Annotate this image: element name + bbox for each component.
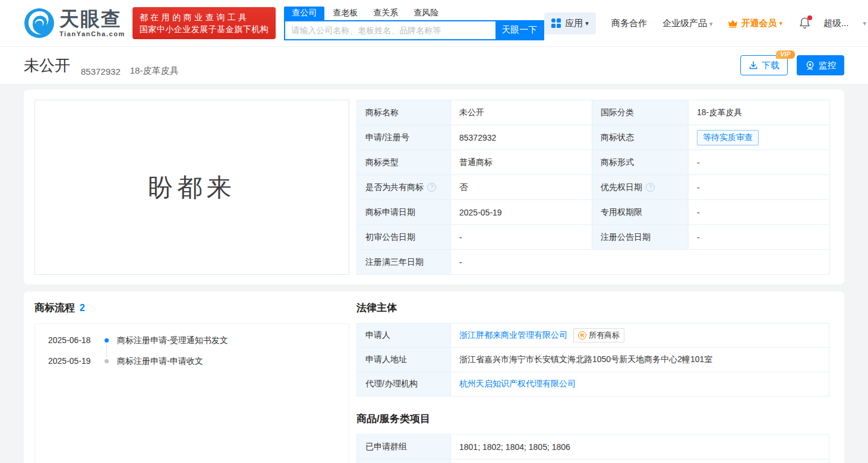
detail-label-text: 优先权日期 [601, 182, 642, 193]
apps-menu-button[interactable]: 应用 ▾ [544, 12, 596, 34]
monitor-button[interactable]: 监控 [797, 55, 844, 75]
process-heading: 商标流程 2 [34, 301, 349, 315]
webcam-icon [805, 61, 815, 71]
help-icon[interactable]: ? [427, 183, 436, 192]
legal-value: 浙江省嘉兴市海宁市长安镇文海北路1050号新天地商务中心2幢101室 [451, 348, 829, 372]
timeline-dot-column [96, 356, 117, 367]
legal-value: 杭州天启知识产权代理有限公司 [451, 372, 829, 397]
help-icon[interactable]: ? [646, 183, 655, 192]
goods-label [357, 459, 451, 463]
chevron-down-icon: ▾ [779, 20, 782, 27]
detail-value: - [689, 150, 830, 175]
brand-slogan-banner: 都在用的商业查询工具 国家中小企业发展子基金旗下机构 [132, 7, 276, 39]
trademark-detail-card: 商标流程 2 2025-06-18 商标注册申请-受理通知书发文 2025-05… [24, 291, 844, 463]
search-area: 查公司 查老板 查关系 查风险 天眼一下 [284, 7, 544, 40]
detail-value: - [451, 225, 592, 250]
user-menu[interactable]: 超级... [823, 18, 849, 29]
detail-label: 商标类型 [357, 150, 451, 175]
timeline-dot-column [96, 335, 117, 346]
search-input[interactable] [285, 21, 495, 39]
download-label: 下载 [762, 60, 779, 71]
detail-value: 等待实质审查 [689, 125, 830, 150]
detail-label: 优先权日期? [592, 175, 689, 200]
detail-label: 申请/注册号 [357, 125, 451, 150]
timeline-item: 2025-06-18 商标注册申请-受理通知书发文 [48, 335, 349, 346]
legal-entity-table: 申请人 浙江胖都来商业管理有限公司 R 所有商标 申请人地址 浙江省嘉兴市海宁市… [356, 323, 829, 397]
download-button[interactable]: 下载 VIP [740, 55, 788, 75]
applicant-company-link[interactable]: 浙江胖都来商业管理有限公司 [459, 330, 567, 341]
vip-badge: VIP [776, 50, 795, 59]
monitor-label: 监控 [819, 60, 837, 71]
apps-label: 应用 [565, 18, 583, 29]
search-tab-boss[interactable]: 查老板 [333, 7, 358, 20]
all-trademarks-badge[interactable]: R 所有商标 [573, 328, 624, 343]
trademark-image-text: 盼都来 [149, 171, 236, 204]
detail-label: 专用权期限 [592, 200, 689, 225]
detail-label: 商标形式 [592, 150, 689, 175]
page-title: 未公开 [24, 55, 70, 76]
legal-value: 浙江胖都来商业管理有限公司 R 所有商标 [451, 324, 829, 348]
trademark-image: 盼都来 [34, 100, 349, 275]
search-tab-relation[interactable]: 查关系 [373, 7, 398, 20]
registration-number: 85372932 [81, 66, 121, 77]
detail-label: 是否为共有商标? [357, 175, 451, 200]
detail-value: - [451, 250, 830, 275]
detail-label: 注册公告日期 [592, 225, 689, 250]
chevron-down-icon: ▾ [585, 20, 589, 27]
detail-label: 商标名称 [357, 100, 451, 125]
search-button[interactable]: 天眼一下 [495, 21, 543, 39]
tianyancha-logo[interactable]: 天眼查 TianYanCha.com [24, 8, 125, 39]
legal-entity-section: 法律主体 申请人 浙江胖都来商业管理有限公司 R 所有商标 申请人地址 浙江省嘉… [356, 301, 829, 463]
title-actions: 下载 VIP 监控 [740, 55, 844, 75]
timeline-item: 2025-05-19 商标注册申请-申请收文 [48, 356, 349, 367]
timeline-dot [105, 359, 109, 363]
timeline-text: 商标注册申请-申请收文 [117, 356, 203, 367]
process-heading-text: 商标流程 [34, 301, 75, 315]
detail-value: 未公开 [451, 100, 592, 125]
detail-value: - [689, 175, 830, 200]
legal-heading: 法律主体 [356, 301, 829, 315]
registered-icon: R [578, 331, 586, 340]
detail-value: 18-皮革皮具 [689, 100, 830, 125]
goods-value: 1801; 1802; 1804; 1805; 1806 [451, 435, 829, 459]
detail-label: 商标状态 [592, 125, 689, 150]
timeline-date: 2025-05-19 [48, 356, 96, 367]
logo-title: 天眼查 [59, 9, 125, 29]
download-icon [749, 61, 758, 70]
process-count: 2 [80, 303, 85, 313]
timeline-date: 2025-06-18 [48, 335, 96, 346]
page-title-bar: 未公开 85372932 18-皮革皮具 下载 VIP 监控 [0, 47, 868, 84]
notifications-button[interactable] [799, 17, 810, 29]
detail-label: 初审公告日期 [357, 225, 451, 250]
goods-heading: 商品/服务类项目 [356, 412, 829, 426]
vip-label: 开通会员 [741, 18, 777, 29]
goods-value: 1801 人造革；动物皮 [451, 459, 829, 463]
open-vip-button[interactable]: 开通会员 ▾ [728, 18, 782, 29]
detail-label: 国际分类 [592, 100, 689, 125]
eye-swirl-logo-icon [24, 8, 55, 39]
agent-company-link[interactable]: 杭州天启知识产权代理有限公司 [459, 379, 576, 389]
detail-value: 普通商标 [451, 150, 592, 175]
legal-label: 申请人 [357, 324, 451, 348]
apps-grid-icon [551, 18, 561, 28]
trademark-details-table: 商标名称 未公开 国际分类 18-皮革皮具 申请/注册号 85372932 商标… [356, 100, 830, 275]
enterprise-label: 企业级产品 [662, 18, 707, 28]
search-tab-risk[interactable]: 查风险 [414, 7, 438, 20]
detail-label-text: 是否为共有商标 [365, 182, 424, 193]
nav-business-coop[interactable]: 商务合作 [611, 18, 647, 29]
trademark-process-section: 商标流程 2 2025-06-18 商标注册申请-受理通知书发文 2025-05… [34, 301, 349, 463]
all-trademarks-label: 所有商标 [589, 330, 620, 341]
detail-value: 否 [451, 175, 592, 200]
detail-label: 商标申请日期 [357, 200, 451, 225]
detail-value: 85372932 [451, 125, 592, 150]
search-tab-company[interactable]: 查公司 [284, 7, 324, 20]
chevron-down-icon[interactable]: ▾ [863, 20, 866, 27]
nav-enterprise-products[interactable]: 企业级产品▾ [662, 18, 713, 29]
logo-subtitle: TianYanCha.com [59, 30, 125, 37]
status-badge: 等待实质审查 [697, 130, 759, 145]
goods-services-table: 已申请群组 1801; 1802; 1804; 1805; 1806 1801 … [356, 434, 829, 463]
intl-class: 18-皮革皮具 [130, 65, 179, 77]
logo-text: 天眼查 TianYanCha.com [59, 9, 125, 37]
legal-label: 代理/办理机构 [357, 372, 451, 397]
search-tabs: 查公司 查老板 查关系 查风险 [284, 7, 544, 20]
